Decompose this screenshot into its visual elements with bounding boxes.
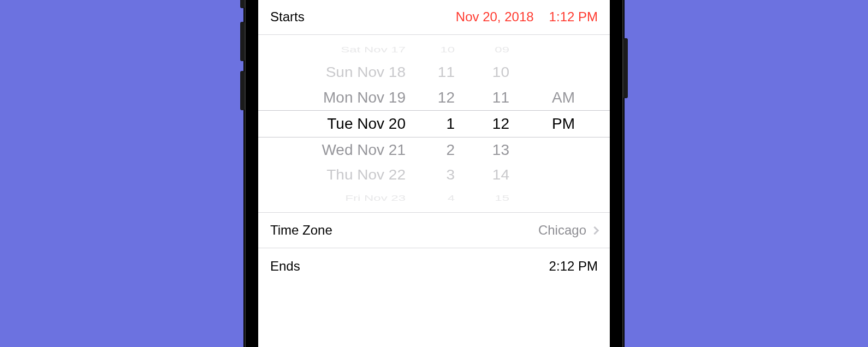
starts-label: Starts — [270, 9, 305, 25]
picker-item[interactable]: Thu Nov 22 — [269, 163, 406, 188]
picker-item[interactable]: Sat Nov 17 — [269, 41, 406, 58]
volume-down-button — [240, 71, 245, 110]
picker-item[interactable]: 13 — [455, 137, 509, 164]
picker-item[interactable]: 10 — [406, 41, 455, 58]
picker-item[interactable]: Sun Nov 18 — [269, 61, 406, 85]
picker-item[interactable]: 09 — [455, 41, 509, 58]
picker-minute-column[interactable]: 09 10 11 12 13 14 15 — [455, 35, 509, 212]
volume-up-button — [240, 22, 245, 61]
picker-item[interactable]: 11 — [406, 61, 455, 85]
picker-item[interactable]: 10 — [455, 61, 509, 85]
phone-screen: All-day Starts Nov 20, 20181:12 PM Sat N… — [258, 0, 610, 347]
picker-item[interactable]: 3 — [406, 163, 455, 188]
picker-item[interactable]: 4 — [406, 190, 455, 206]
picker-item[interactable]: 11 — [455, 85, 509, 111]
datetime-picker[interactable]: Sat Nov 17 Sun Nov 18 Mon Nov 19 Tue Nov… — [258, 35, 610, 213]
time-zone-value-text: Chicago — [538, 223, 586, 238]
picker-item[interactable]: 15 — [455, 190, 509, 206]
starts-date: Nov 20, 2018 — [456, 9, 534, 24]
picker-item[interactable]: 2 — [406, 137, 455, 164]
picker-item[interactable]: 14 — [455, 163, 509, 188]
picker-item[interactable]: 12 — [406, 85, 455, 111]
starts-row[interactable]: Starts Nov 20, 20181:12 PM — [258, 0, 610, 35]
side-button — [623, 38, 628, 98]
picker-item[interactable]: AM — [509, 85, 575, 111]
picker-item[interactable]: Fri Nov 23 — [269, 190, 406, 206]
picker-item-selected[interactable]: Tue Nov 20 — [269, 110, 406, 137]
ends-value: 2:12 PM — [549, 259, 598, 274]
starts-time: 1:12 PM — [549, 9, 598, 24]
time-zone-row[interactable]: Time Zone Chicago — [258, 213, 610, 248]
ends-row[interactable]: Ends 2:12 PM — [258, 248, 610, 284]
ends-label: Ends — [270, 259, 300, 274]
picker-ampm-column[interactable]: AM PM — [509, 35, 575, 212]
picker-item-selected[interactable]: 1 — [406, 110, 455, 137]
phone-device-frame: All-day Starts Nov 20, 20181:12 PM Sat N… — [246, 0, 622, 347]
starts-value: Nov 20, 20181:12 PM — [456, 9, 598, 25]
picker-item-selected[interactable]: 12 — [455, 110, 509, 137]
mute-switch — [240, 0, 245, 8]
time-zone-label: Time Zone — [270, 223, 332, 238]
chevron-right-icon — [591, 226, 599, 235]
picker-item[interactable]: Wed Nov 21 — [269, 137, 406, 164]
picker-item-selected[interactable]: PM — [509, 110, 575, 137]
picker-item[interactable]: Mon Nov 19 — [269, 85, 406, 111]
time-zone-value: Chicago — [538, 223, 598, 238]
picker-date-column[interactable]: Sat Nov 17 Sun Nov 18 Mon Nov 19 Tue Nov… — [269, 35, 406, 212]
picker-hour-column[interactable]: 10 11 12 1 2 3 4 — [406, 35, 455, 212]
